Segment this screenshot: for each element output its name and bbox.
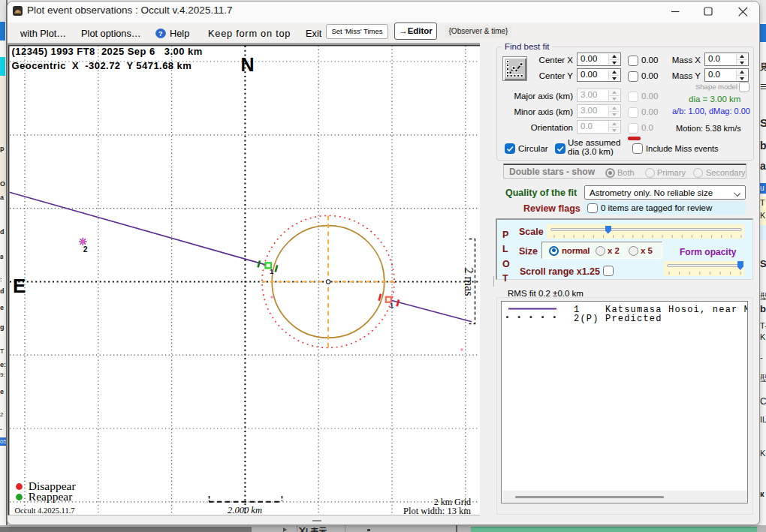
svg-text:E: E [13,275,26,297]
svg-text:2(P) Predicted: 2(P) Predicted [574,314,662,324]
svg-text:2.000 km: 2.000 km [228,505,262,515]
svg-text:Reappear: Reappear [29,490,73,503]
svg-text:N: N [241,54,255,75]
svg-text:Geocentric X -302.72 Y 5471: Geocentric X -302.72 Y 5471.68 km [12,60,192,71]
svg-text:Plot width: 13 km: Plot width: 13 km [403,506,471,516]
svg-text:1: 1 [270,267,274,275]
svg-text:2 mas: 2 mas [463,268,475,296]
svg-text:2: 2 [83,245,88,254]
svg-text:(12345) 1993 FT8 2025 Sep 6: (12345) 1993 FT8 2025 Sep 6 3.00 km [12,46,203,57]
svg-text:Occult 4.2025.11.7: Occult 4.2025.11.7 [15,506,75,515]
svg-text:1: 1 [390,301,394,309]
